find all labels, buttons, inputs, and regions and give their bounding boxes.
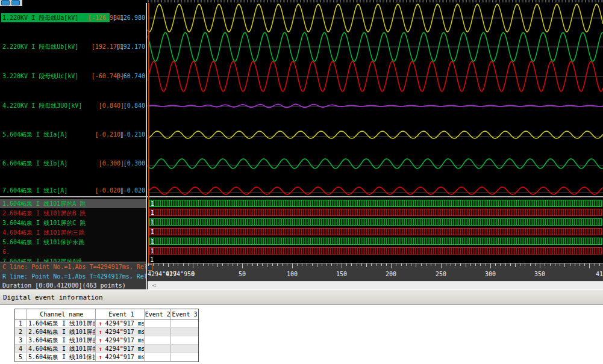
analog-channel-label: 4.220KV I 段母线3U0[kV] — [2, 101, 82, 110]
digital-trace-bar: 1 — [148, 228, 602, 235]
analog-channel-value-2: [-0.210] — [120, 130, 146, 139]
analog-channel-list: 1.220KV I 段母线Ua[kV][-126.980][-126.980]2… — [0, 0, 146, 196]
digital-channel-row[interactable]: 5.604柘泉 I 线101保护永跳 — [0, 238, 146, 247]
panel-splitter[interactable] — [146, 3, 147, 289]
axis-tick — [421, 264, 422, 266]
event1-time: 4294"917 ms — [105, 345, 145, 352]
axis-tick — [441, 264, 442, 268]
axis-tick — [401, 264, 402, 266]
axis-tick — [257, 264, 258, 266]
analog-channel-row[interactable]: 2.220KV I 段母线Ub[kV][192.170][192.170] — [0, 42, 146, 51]
event3-cell — [171, 319, 198, 327]
axis-tick — [376, 264, 377, 266]
axis-tick — [460, 264, 461, 266]
digital-channel-row[interactable]: 2.604柘泉 I 线101屏的B 跳 — [0, 209, 146, 218]
axis-tick — [595, 264, 595, 266]
axis-tick — [237, 264, 238, 266]
rising-edge-icon: ↑ — [99, 336, 102, 344]
axis-tick — [292, 264, 293, 268]
digital-bar-area[interactable]: 1111111 — [148, 197, 603, 263]
axis-tick — [495, 264, 496, 266]
axis-tick — [346, 264, 347, 266]
axis-tick — [466, 264, 466, 267]
table-row[interactable]: 44.604柘泉 I 线101屏的三跳↑4294"917 ms — [15, 345, 198, 353]
row-number-header — [15, 309, 27, 319]
event-table-body: 11.604柘泉 I 线101屏的A跳↑4294"917 ms22.604柘泉 … — [15, 319, 198, 362]
analog-channel-row[interactable]: 6.604柘泉 I 线Ib[A][0.300][0.300] — [0, 159, 146, 168]
axis-tick — [575, 264, 575, 266]
axis-tick — [451, 264, 451, 266]
axis-tick — [455, 264, 456, 266]
event1-cell: ↑4294"917 ms — [96, 319, 145, 327]
analog-waveform-svg — [148, 3, 603, 196]
horizontal-scrollbar[interactable]: < — [148, 281, 603, 289]
event2-cell — [145, 353, 171, 361]
axis-tick — [391, 264, 392, 268]
axis-tick — [446, 264, 446, 266]
axis-tick — [317, 264, 317, 267]
axis-tick — [337, 264, 337, 266]
axis-tick — [282, 264, 283, 266]
c-cursor-line[interactable] — [148, 3, 149, 263]
analog-channel-row[interactable]: 4.220KV I 段母线3U0[kV][0.840][0.840] — [0, 101, 146, 110]
event1-cell: ↑4294"917 ms — [96, 328, 145, 336]
table-row[interactable]: 33.604柘泉 I 线101屏的C跳↑4294"917 ms — [15, 336, 198, 345]
rising-edge-icon: ↑ — [99, 353, 102, 361]
event3-cell — [171, 353, 198, 361]
event3-cell — [171, 345, 198, 353]
table-row[interactable]: 55.604柘泉 I 线101保护永跳↑4294"917 ms — [15, 353, 198, 362]
axis-tick — [470, 264, 471, 266]
analog-waveform-pane[interactable] — [148, 3, 603, 196]
event1-cell: ↑4294"917 ms — [96, 336, 145, 344]
axis-tick — [307, 264, 307, 266]
digital-trace-bar: 1 — [148, 218, 602, 226]
axis-tick — [480, 264, 481, 266]
axis-label: 0 — [191, 271, 195, 277]
axis-tick — [228, 264, 228, 266]
table-row[interactable]: 11.604柘泉 I 线101屏的A跳↑4294"917 ms — [15, 319, 198, 328]
axis-tick — [371, 264, 372, 266]
axis-label: 150 — [336, 271, 347, 277]
event-section-header: Digital event information — [0, 289, 603, 305]
axis-tick — [490, 264, 491, 268]
event1-header: Event 1 — [96, 309, 145, 319]
analog-channel-row[interactable]: 1.220KV I 段母线Ua[kV][-126.980][-126.980] — [0, 13, 146, 22]
axis-tick — [570, 264, 570, 266]
waveform-u0 — [148, 104, 603, 108]
digital-channel-row[interactable]: 3.604柘泉 I 线101屏的C 跳 — [0, 218, 146, 227]
axis-tick — [242, 264, 243, 268]
axis-label: 100 — [287, 271, 298, 277]
digital-channel-row[interactable]: 4.604柘泉 I 线101屏的三跳 — [0, 228, 146, 237]
rising-edge-icon: ↑ — [99, 319, 102, 327]
time-axis[interactable]: 4294"9174294"950050100150200250300350412 — [148, 263, 603, 281]
digital-trace-bar: 1 — [148, 209, 602, 216]
channel-name-header: Channel name — [27, 309, 96, 319]
axis-tick — [475, 264, 476, 266]
axis-tick — [217, 264, 218, 267]
scroll-left-arrow-icon[interactable]: < — [150, 282, 158, 290]
digital-channel-row[interactable]: 7.604柘泉 I 线102屏的A跳 — [0, 257, 146, 262]
table-row[interactable]: 22.604柘泉 I 线101屏的B跳↑4294"917 ms — [15, 328, 198, 336]
waveform-ic — [148, 187, 603, 194]
axis-tick — [297, 264, 298, 266]
axis-tick — [525, 264, 525, 266]
axis-tick — [153, 264, 154, 266]
digital-channel-row[interactable]: 6. — [0, 247, 146, 256]
axis-tick — [381, 264, 382, 266]
event1-time: 4294"917 ms — [105, 329, 145, 335]
analog-channel-row[interactable]: 7.604柘泉 I 线Ic[A][-0.020][-0.020] — [0, 186, 146, 195]
digital-channel-row[interactable]: 1.604柘泉 I 线101屏的A 跳 — [0, 199, 146, 208]
analog-channel-row[interactable]: 5.604柘泉 I 线Ia[A][-0.210][-0.210] — [0, 130, 146, 139]
axis-tick — [535, 264, 536, 266]
channel-name-cell: 3.604柘泉 I 线101屏的C跳 — [27, 336, 96, 344]
axis-tick — [510, 264, 511, 266]
axis-tick — [312, 264, 313, 266]
analog-channel-row[interactable]: 3.220KV I 段母线Uc[kV][-60.740][-60.740] — [0, 72, 146, 81]
axis-tick — [188, 264, 189, 266]
row-number-cell: 2 — [15, 328, 27, 336]
event2-header: Event 2 — [145, 309, 171, 319]
axis-tick — [233, 264, 233, 266]
waveform-ib — [148, 159, 603, 168]
axis-tick — [505, 264, 506, 266]
analog-channel-label: 7.604柘泉 I 线Ic[A] — [2, 186, 67, 195]
